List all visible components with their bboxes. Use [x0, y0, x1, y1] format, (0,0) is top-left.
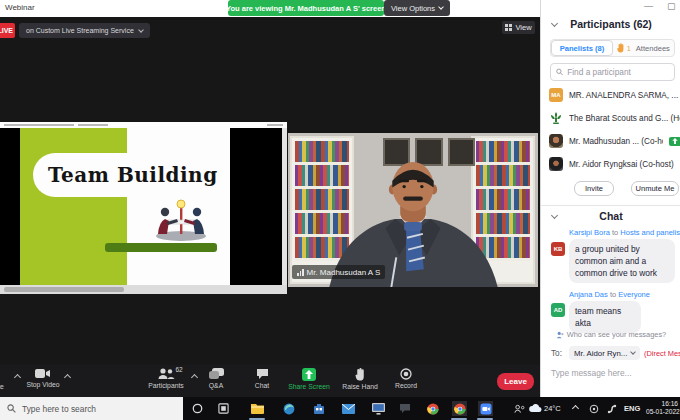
- teamwork-clipart: [153, 198, 210, 242]
- photo-avatar: [549, 157, 563, 171]
- video-options-chevron[interactable]: [64, 374, 71, 381]
- tray-icon[interactable]: [586, 401, 601, 416]
- qa-button[interactable]: Q&A: [200, 368, 232, 389]
- participants-button[interactable]: 62 Participants: [142, 368, 190, 389]
- video-camera-icon: [35, 368, 51, 379]
- task-view-icon[interactable]: [216, 401, 231, 416]
- avatar: MA: [549, 88, 563, 102]
- chat-header: Chat: [541, 210, 680, 222]
- raise-hand-icon: [355, 368, 366, 381]
- chat-button[interactable]: Chat: [246, 368, 278, 389]
- participant-row[interactable]: The Bharat Scouts and G... (Host): [549, 110, 680, 126]
- tray-people-icon[interactable]: [512, 401, 527, 416]
- slide-green-panel: [20, 128, 127, 285]
- view-layout-button[interactable]: View: [502, 21, 535, 34]
- avatar: KB: [551, 242, 565, 256]
- chevron-down-icon: [138, 27, 144, 33]
- view-options-button[interactable]: View Options: [384, 0, 450, 16]
- chat-bubble-icon: [256, 368, 269, 380]
- audio-level-icon: [297, 269, 304, 276]
- live-service-dropdown[interactable]: on Custom Live Streaming Service: [19, 23, 150, 38]
- windows-taskbar: 24°C ENG 16:16 05-01-2022: [0, 397, 680, 420]
- share-screen-icon: [302, 368, 316, 381]
- panel-minimize-button[interactable]: —: [644, 1, 653, 11]
- participants-count: 62: [176, 366, 183, 373]
- cortana-icon[interactable]: [190, 401, 205, 416]
- chat-message-meta: Anjana Das to Everyone: [569, 290, 680, 299]
- participant-row[interactable]: MA MR. ANALENDRA SARMA, ... (Me): [549, 87, 680, 103]
- avatar: AD: [551, 303, 565, 317]
- slide-title-band: Team Building: [33, 153, 230, 197]
- shared-window-hscrollbar[interactable]: [0, 285, 287, 294]
- chat-message-input[interactable]: [551, 368, 677, 378]
- participants-tabs: Panelists (8) 1 Attendees: [550, 39, 675, 57]
- screen-share-area: LIVE on Custom Live Streaming Service Vi…: [0, 17, 540, 365]
- window-titlebar: Webinar You are viewing Mr. Madhusudan A…: [0, 0, 540, 17]
- record-button[interactable]: Record: [388, 368, 424, 389]
- date-label: 05-01-2022: [646, 408, 678, 416]
- chat-app-icon[interactable]: [397, 401, 412, 416]
- taskbar-clock[interactable]: 16:16 05-01-2022: [646, 400, 678, 416]
- chat-to-label: To:: [551, 349, 562, 358]
- participants-icon: [158, 368, 175, 380]
- shared-window: Team Building: [0, 122, 287, 294]
- privacy-note-link[interactable]: Who can see your messages?: [541, 330, 680, 339]
- viewing-banner: You are viewing Mr. Madhusudan A S' scre…: [228, 0, 384, 16]
- zoom-app-icon[interactable]: [478, 401, 493, 416]
- invite-button[interactable]: Invite: [574, 181, 614, 196]
- unmute-me-button[interactable]: Unmute Me: [631, 181, 679, 196]
- tray-expand-chevron[interactable]: [572, 405, 579, 412]
- chrome-icon[interactable]: [452, 401, 467, 416]
- grid-view-icon: [505, 24, 512, 31]
- panel-maximize-button[interactable]: ▢: [667, 1, 676, 11]
- raised-hand-icon: [617, 43, 625, 53]
- participant-search-input[interactable]: [567, 67, 669, 77]
- participants-options-chevron[interactable]: [191, 374, 198, 381]
- qa-icon: [209, 368, 224, 380]
- raised-hand-count: 1: [627, 45, 631, 52]
- tab-panelists[interactable]: Panelists (8): [551, 40, 613, 56]
- tab-attendees[interactable]: 1 Attendees: [613, 43, 674, 53]
- weather-cloud-icon[interactable]: [528, 401, 543, 416]
- monitor-app-icon[interactable]: [371, 401, 386, 416]
- leave-button[interactable]: Leave: [497, 373, 534, 390]
- slide-letterbox-right: [230, 128, 282, 285]
- search-icon: [7, 404, 16, 413]
- participant-row[interactable]: Mr. Aidor Ryngksai (Co-host): [549, 156, 680, 172]
- zoom-webinar-window: Webinar You are viewing Mr. Madhusudan A…: [0, 0, 680, 420]
- side-panel: — ▢ Participants (62) Panelists (8) 1 At…: [540, 0, 680, 397]
- edge-icon[interactable]: [281, 401, 296, 416]
- chat-recipient-dropdown[interactable]: Mr. Aidor Ryn...: [569, 346, 640, 360]
- chrome-icon[interactable]: [425, 401, 440, 416]
- stop-video-button[interactable]: Stop Video: [22, 368, 64, 388]
- language-indicator[interactable]: ENG: [624, 404, 640, 413]
- tray-icon[interactable]: [604, 401, 619, 416]
- shared-window-vscrollbar[interactable]: [282, 128, 287, 285]
- meeting-toolbar: Unmute Stop Video 62 Participants: [0, 365, 540, 397]
- audio-options-chevron[interactable]: [14, 374, 21, 381]
- speaker-video-tile: Mr. Madhusudan A S: [288, 133, 538, 287]
- taskbar-search-input[interactable]: [22, 404, 162, 414]
- taskbar-search[interactable]: [0, 397, 183, 420]
- privacy-people-icon: [556, 331, 564, 339]
- unmute-button[interactable]: Unmute: [0, 368, 14, 390]
- panel-divider: [541, 205, 680, 206]
- file-explorer-icon[interactable]: [250, 401, 265, 416]
- participants-header: Participants (62): [541, 18, 680, 30]
- share-screen-button[interactable]: Share Screen: [284, 368, 334, 390]
- slide-underline-bar: [105, 243, 217, 252]
- window-title: Webinar: [5, 3, 35, 12]
- live-badge: LIVE: [0, 23, 15, 38]
- scouts-logo-avatar: [549, 111, 563, 125]
- chat-message-bubble: a group united by common aim and a commo…: [569, 239, 675, 283]
- participant-row[interactable]: Mr. Madhusudan ... (Co-host): [549, 133, 680, 149]
- slide-letterbox-left: [0, 128, 20, 285]
- temperature-label[interactable]: 24°C: [544, 404, 561, 413]
- raise-hand-button[interactable]: Raise Hand: [338, 368, 382, 390]
- participant-search[interactable]: [550, 63, 675, 81]
- record-icon: [400, 368, 412, 380]
- store-icon[interactable]: [311, 401, 326, 416]
- slide-title: Team Building: [48, 163, 218, 187]
- chat-message-bubble: team means akta: [569, 301, 641, 333]
- mail-icon[interactable]: [341, 401, 356, 416]
